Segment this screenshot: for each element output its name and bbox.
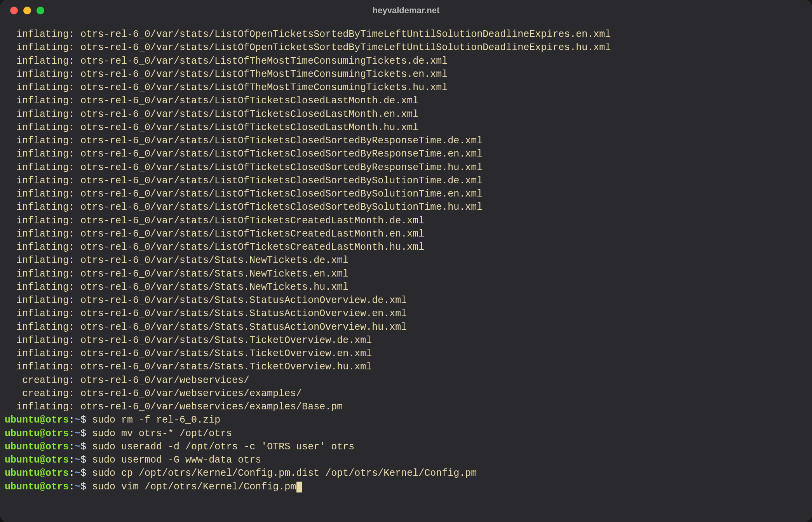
terminal-output-line: inflating: otrs-rel-6_0/var/stats/ListOf… xyxy=(5,148,807,161)
terminal-output-line: inflating: otrs-rel-6_0/var/stats/ListOf… xyxy=(5,134,807,148)
prompt-user-host: ubuntu@otrs xyxy=(5,414,69,426)
terminal-output-line: inflating: otrs-rel-6_0/var/stats/Stats.… xyxy=(5,294,807,307)
traffic-lights xyxy=(0,7,44,14)
command-text: sudo cp /opt/otrs/Kernel/Config.pm.dist … xyxy=(92,468,477,479)
command-text: sudo rm -f rel-6_0.zip xyxy=(92,414,220,426)
prompt-separator: : xyxy=(69,441,75,452)
terminal-output-line: inflating: otrs-rel-6_0/var/stats/Stats.… xyxy=(5,321,807,334)
terminal-command-line: ubuntu@otrs:~$ sudo useradd -d /opt/otrs… xyxy=(5,440,807,454)
prompt-separator: : xyxy=(69,428,75,439)
prompt-path: ~ xyxy=(75,454,80,466)
prompt-symbol: $ xyxy=(80,454,92,466)
prompt-path: ~ xyxy=(75,414,80,426)
window-title: heyvaldemar.net xyxy=(373,5,439,16)
prompt-path: ~ xyxy=(75,428,80,439)
terminal-output-line: inflating: otrs-rel-6_0/var/stats/ListOf… xyxy=(5,214,807,228)
terminal-output-line: inflating: otrs-rel-6_0/var/stats/ListOf… xyxy=(5,121,807,134)
minimize-icon[interactable] xyxy=(23,7,31,14)
prompt-user-host: ubuntu@otrs xyxy=(5,441,69,452)
prompt-symbol: $ xyxy=(80,414,92,426)
terminal-output-line: inflating: otrs-rel-6_0/var/stats/Stats.… xyxy=(5,360,807,374)
terminal-output-line: inflating: otrs-rel-6_0/var/stats/Stats.… xyxy=(5,347,807,360)
command-text: sudo usermod -G www-data otrs xyxy=(92,454,261,466)
terminal-output-line: inflating: otrs-rel-6_0/var/stats/Stats.… xyxy=(5,254,807,267)
prompt-user-host: ubuntu@otrs xyxy=(5,454,69,466)
command-text: sudo vim /opt/otrs/Kernel/Config.pm xyxy=(92,481,296,492)
prompt-separator: : xyxy=(69,454,75,466)
maximize-icon[interactable] xyxy=(37,7,44,14)
cursor-icon xyxy=(296,482,302,492)
terminal-output-line: inflating: otrs-rel-6_0/var/webservices/… xyxy=(5,400,807,414)
terminal-output-line: creating: otrs-rel-6_0/var/webservices/ xyxy=(5,374,807,387)
terminal-output-line: inflating: otrs-rel-6_0/var/stats/ListOf… xyxy=(5,228,807,241)
prompt-path: ~ xyxy=(75,441,80,452)
terminal-output-line: inflating: otrs-rel-6_0/var/stats/ListOf… xyxy=(5,41,807,54)
terminal-output-line: inflating: otrs-rel-6_0/var/stats/ListOf… xyxy=(5,28,807,41)
command-text: sudo mv otrs-* /opt/otrs xyxy=(92,428,232,439)
terminal-body[interactable]: inflating: otrs-rel-6_0/var/stats/ListOf… xyxy=(0,21,812,522)
terminal-output-line: creating: otrs-rel-6_0/var/webservices/e… xyxy=(5,387,807,400)
prompt-symbol: $ xyxy=(80,441,92,452)
prompt-user-host: ubuntu@otrs xyxy=(5,481,69,492)
terminal-output-line: inflating: otrs-rel-6_0/var/stats/ListOf… xyxy=(5,81,807,94)
terminal-output-line: inflating: otrs-rel-6_0/var/stats/ListOf… xyxy=(5,55,807,68)
terminal-command-line: ubuntu@otrs:~$ sudo rm -f rel-6_0.zip xyxy=(5,414,807,427)
terminal-window: heyvaldemar.net inflating: otrs-rel-6_0/… xyxy=(0,0,812,522)
terminal-command-line: ubuntu@otrs:~$ sudo mv otrs-* /opt/otrs xyxy=(5,427,807,440)
terminal-output-line: inflating: otrs-rel-6_0/var/stats/ListOf… xyxy=(5,161,807,174)
prompt-symbol: $ xyxy=(80,468,92,479)
terminal-command-line: ubuntu@otrs:~$ sudo usermod -G www-data … xyxy=(5,454,807,467)
terminal-output-line: inflating: otrs-rel-6_0/var/stats/Stats.… xyxy=(5,268,807,281)
terminal-output-line: inflating: otrs-rel-6_0/var/stats/ListOf… xyxy=(5,108,807,121)
terminal-output-line: inflating: otrs-rel-6_0/var/stats/ListOf… xyxy=(5,188,807,201)
terminal-output-line: inflating: otrs-rel-6_0/var/stats/Stats.… xyxy=(5,334,807,347)
terminal-output-line: inflating: otrs-rel-6_0/var/stats/ListOf… xyxy=(5,68,807,81)
prompt-symbol: $ xyxy=(80,481,92,492)
prompt-path: ~ xyxy=(75,468,80,479)
prompt-user-host: ubuntu@otrs xyxy=(5,468,69,479)
terminal-output-line: inflating: otrs-rel-6_0/var/stats/ListOf… xyxy=(5,174,807,188)
terminal-command-line: ubuntu@otrs:~$ sudo cp /opt/otrs/Kernel/… xyxy=(5,467,807,480)
prompt-separator: : xyxy=(69,468,75,479)
prompt-user-host: ubuntu@otrs xyxy=(5,428,69,439)
terminal-output-line: inflating: otrs-rel-6_0/var/stats/Stats.… xyxy=(5,307,807,320)
terminal-output-line: inflating: otrs-rel-6_0/var/stats/Stats.… xyxy=(5,281,807,294)
prompt-path: ~ xyxy=(75,481,80,492)
prompt-symbol: $ xyxy=(80,428,92,439)
close-icon[interactable] xyxy=(10,7,18,14)
prompt-separator: : xyxy=(69,481,75,492)
terminal-output-line: inflating: otrs-rel-6_0/var/stats/ListOf… xyxy=(5,94,807,108)
terminal-output-line: inflating: otrs-rel-6_0/var/stats/ListOf… xyxy=(5,241,807,254)
terminal-command-line: ubuntu@otrs:~$ sudo vim /opt/otrs/Kernel… xyxy=(5,480,807,494)
titlebar[interactable]: heyvaldemar.net xyxy=(0,0,812,21)
terminal-output-line: inflating: otrs-rel-6_0/var/stats/ListOf… xyxy=(5,201,807,214)
command-text: sudo useradd -d /opt/otrs -c 'OTRS user'… xyxy=(92,441,354,452)
prompt-separator: : xyxy=(69,414,75,426)
